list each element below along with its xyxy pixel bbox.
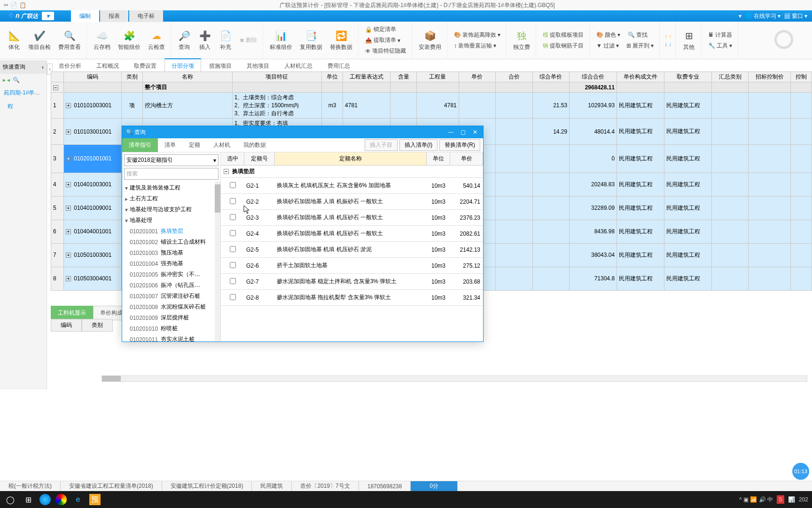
row-checkbox[interactable] [230, 246, 236, 252]
close-icon[interactable]: ✕ [471, 129, 479, 135]
btn-stdprice[interactable]: 📊标准组价 [268, 28, 294, 52]
dlg-tab-3[interactable]: 人材机 [207, 138, 237, 152]
tab-edit[interactable]: 编制 [71, 10, 99, 22]
tree-node[interactable]: ▾地基处理 [122, 215, 220, 226]
quota-combo[interactable]: 安徽2018定额指引▾ [124, 154, 219, 166]
btn-delete[interactable]: ✖ 删除 [238, 35, 259, 45]
btn-extractlist[interactable]: 📤 提取清单 ▾ [363, 35, 408, 45]
btn-find[interactable]: 🔍 查找 [626, 30, 649, 40]
btn-extract-steel[interactable]: 钢 提取钢筋子目 [541, 41, 586, 51]
minimize-icon[interactable]: — [446, 129, 455, 135]
tree-node[interactable]: 010201002铺设土工合成材料 [122, 237, 220, 247]
btn-locklist[interactable]: 🔒 锁定清单 [363, 24, 408, 34]
btn-replace-list[interactable]: 替换清单(R) [439, 139, 480, 151]
btn-selfcheck[interactable]: ✔️项目自检 [26, 28, 53, 52]
tree-node[interactable]: 010201006振冲（钻孔压… [122, 280, 220, 291]
maximize-icon[interactable]: ▢ [459, 129, 467, 135]
tab-report[interactable]: 报表 [100, 10, 128, 22]
tree-node[interactable]: 010201009深层搅拌桩 [122, 312, 220, 323]
start-icon[interactable]: ◯ [4, 493, 17, 506]
btn-insert-sub[interactable]: 插入子目 [365, 139, 398, 151]
row-checkbox[interactable] [230, 214, 236, 220]
dlg-tab-4[interactable]: 我的数据 [237, 138, 273, 152]
tree-toggle-icon[interactable]: ▸ ◂ [3, 77, 10, 83]
btn-query[interactable]: 🔎查询 [176, 28, 193, 52]
tab-ebid[interactable]: 电子标 [129, 10, 163, 22]
btn-feeview[interactable]: 🔍费用查看 [56, 28, 83, 52]
btn-cloudsave[interactable]: ☁️云存档 [92, 28, 112, 52]
btn-decor-high[interactable]: 🎨 装饰超高降效 ▾ [452, 30, 502, 40]
tree-node[interactable]: 010201001换填垫层 [122, 226, 220, 237]
paste-icon[interactable]: 📋 [19, 2, 26, 8]
btn-color[interactable]: 🎨 颜色 ▾ [594, 30, 622, 40]
search-input[interactable]: 搜索 [124, 168, 219, 180]
tree-node[interactable]: ▾地基处理与边坡支护工程 [122, 204, 220, 215]
quota-row[interactable]: G2-6挤干土加固软土地基10m3275.12 [221, 258, 483, 274]
dlg-tab-2[interactable]: 定额 [182, 138, 207, 152]
btn-insert[interactable]: ➕插入 [196, 28, 213, 52]
quota-row[interactable]: G2-5换填砂石加固地基 机填 机压砂石 淤泥10m32142.13 [221, 242, 483, 258]
dlg-tab-1[interactable]: 清单 [158, 138, 182, 152]
dlg-tab-0[interactable]: 清单指引 [122, 138, 158, 152]
quota-row[interactable]: G2-1换填灰土 机填机压灰土 石灰含量6% 加固地基10m3540.14 [221, 178, 483, 194]
tree-node[interactable]: ▾建筑及装饰装修工程 [122, 183, 220, 193]
window-menu[interactable]: ▦ 窗口 ▾ [784, 12, 807, 20]
quota-row[interactable]: G2-3换填砂石加固地基 人填 机压砂石 一般软土10m32376.23 [221, 210, 483, 226]
left-tree-item[interactable]: 苑四期-1#单… [0, 86, 47, 100]
category-tree[interactable]: ▾建筑及装饰装修工程▸土石方工程▾地基处理与边坡支护工程▾地基处理0102010… [122, 182, 220, 341]
row-checkbox[interactable] [230, 294, 236, 300]
btn-hidefeature[interactable]: 👁 项目特征隐藏 [363, 46, 408, 56]
btn-indep-fee[interactable]: 独独立费 [511, 28, 532, 52]
row-checkbox[interactable] [230, 230, 236, 236]
tree-node[interactable]: 010201010粉喷桩 [122, 323, 220, 334]
tree-node[interactable]: 010201005振冲密实（不… [122, 269, 220, 280]
copy-icon[interactable]: 📄 [10, 2, 17, 8]
dialog-titlebar[interactable]: 🔍 查询 — ▢ ✕ [122, 126, 483, 138]
online-study-link[interactable]: 🌐 在线学习 ▾ [745, 12, 781, 20]
dropdown-icon[interactable]: ▾ [739, 13, 742, 19]
quota-row[interactable]: G2-4换填砂石加固地基 机填 机压砂石 一般软土10m32082.61 [221, 226, 483, 242]
btn-decor-vert[interactable]: ↕ 装饰垂直运输 ▾ [452, 41, 502, 51]
btn-smartprice[interactable]: 🧩智能组价 [116, 28, 142, 52]
quota-row[interactable]: G2-8掺水泥加固地基 拖拉机梨犁 含灰量3% 弹软土10m3321.34 [221, 290, 483, 306]
btn-insert-list[interactable]: 插入清单(I) [399, 139, 437, 151]
app-icon-1[interactable] [39, 494, 51, 505]
btn-tools[interactable]: 🔧 工具 ▾ [706, 41, 734, 51]
btn-reuse[interactable]: 📑复用数据 [298, 28, 324, 52]
row-checkbox[interactable] [230, 198, 236, 204]
edge-icon[interactable]: e [71, 493, 85, 506]
system-tray[interactable]: ^ ▣ 📶 🔊 中 S 📊 202 [739, 495, 808, 504]
quick-query-header[interactable]: 快速查询‹ [0, 60, 47, 74]
btn-integrate[interactable]: 📐体化 [6, 28, 23, 52]
row-checkbox[interactable] [230, 262, 236, 268]
btn-replace[interactable]: 🔁替换数据 [328, 28, 354, 52]
h-scrollbar[interactable] [102, 375, 807, 382]
btn-cloudcheck[interactable]: ☁云检查 [146, 28, 167, 52]
tree-node[interactable]: 010201003预压地基 [122, 247, 220, 258]
bottom-tab-0[interactable]: 工料机显示 [51, 306, 93, 320]
tree-node[interactable]: 010201004强夯地基 [122, 258, 220, 269]
tree-node[interactable]: 010201011夯实水泥土桩 [122, 334, 220, 341]
move-arrows[interactable]: ↑ ↑↓ ↓ [664, 33, 671, 48]
btn-extract-tpl[interactable]: 模 提取模板项目 [541, 30, 586, 40]
status-score[interactable]: 0分 [411, 481, 458, 491]
app-icon-2[interactable] [55, 494, 67, 505]
btn-supply[interactable]: 📄补充 [217, 28, 234, 52]
tree-node[interactable]: 010201007沉管灌注砂石桩 [122, 291, 220, 302]
tree-node[interactable]: 010201008水泥粉煤灰碎石桩 [122, 302, 220, 312]
btn-other[interactable]: ⊞其他 [680, 28, 697, 52]
quota-rows[interactable]: G2-1换填灰土 机填机压灰土 石灰含量6% 加固地基10m3540.14G2-… [221, 178, 483, 341]
btn-installfee[interactable]: 📦安装费用 [417, 28, 443, 52]
taskview-icon[interactable]: ⊞ [22, 493, 35, 506]
row-checkbox[interactable] [230, 278, 236, 284]
btn-filter[interactable]: ▼ 过滤 ▾ [594, 41, 621, 51]
row-checkbox[interactable] [230, 182, 236, 188]
quota-row[interactable]: G2-2换填砂石加固地基 人填 机振砂石 一般软土10m32204.71 [221, 194, 483, 210]
cut-icon[interactable]: ✂ [4, 2, 8, 8]
left-tree-sub[interactable]: 程 [0, 100, 47, 113]
quota-row[interactable]: G2-7掺水泥加固地基 稳定土拌和机 含灰量3% 弹软土10m3203.68 [221, 274, 483, 290]
btn-expand[interactable]: ⊞ 展开到 ▾ [625, 41, 656, 51]
btn-calc[interactable]: 🖩 计算器 [706, 30, 734, 40]
app-icon-3[interactable]: 预 [89, 494, 101, 505]
tree-node[interactable]: ▸土石方工程 [122, 193, 220, 204]
